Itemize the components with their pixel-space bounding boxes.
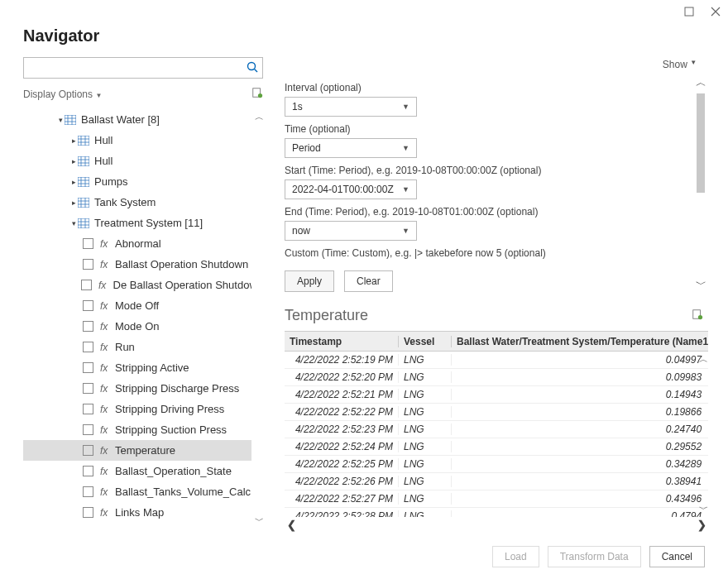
svg-rect-7 bbox=[78, 177, 89, 187]
tree-scrollbar[interactable]: ︿ ﹀ bbox=[251, 109, 263, 529]
show-dropdown[interactable]: Show ▼ bbox=[285, 57, 708, 75]
chevron-down-icon: ▼ bbox=[402, 185, 410, 194]
start-combo[interactable]: 2022-04-01T00:00:00Z▼ bbox=[285, 179, 417, 199]
tree-leaf-stripping-active[interactable]: fxStripping Active bbox=[23, 357, 263, 378]
display-options-dropdown[interactable]: Display Options ▼ bbox=[23, 89, 102, 100]
scroll-left-icon[interactable]: ❮ bbox=[285, 519, 298, 531]
fx-icon: fx bbox=[98, 280, 113, 291]
end-combo[interactable]: now▼ bbox=[285, 221, 417, 241]
tree-node-pumps[interactable]: ▸Pumps bbox=[23, 171, 263, 192]
fx-icon: fx bbox=[100, 466, 115, 477]
tree-leaf-ballast-op-state[interactable]: fxBallast_Operation_State bbox=[23, 461, 263, 481]
fx-icon: fx bbox=[100, 507, 115, 519]
clear-button[interactable]: Clear bbox=[344, 270, 393, 292]
table-icon bbox=[78, 156, 89, 166]
tree-view[interactable]: ▾Ballast Water [8] ▸Hull ▸Hull ▸Pumps ▸T… bbox=[23, 109, 263, 529]
tree-node-ballast-water[interactable]: ▾Ballast Water [8] bbox=[23, 109, 263, 130]
time-combo[interactable]: Period▼ bbox=[285, 138, 417, 158]
checkbox[interactable] bbox=[83, 321, 93, 332]
checkbox[interactable] bbox=[83, 404, 93, 414]
table-row[interactable]: 4/22/2022 2:52:27 PMLNG0.43496 bbox=[285, 490, 708, 508]
svg-point-3 bbox=[258, 93, 262, 98]
table-row[interactable]: 4/22/2022 2:52:21 PMLNG0.14943 bbox=[285, 386, 708, 404]
svg-point-11 bbox=[698, 315, 702, 319]
cancel-button[interactable]: Cancel bbox=[649, 546, 705, 567]
form-scrollbar[interactable]: ︿ ﹀ bbox=[693, 75, 708, 292]
svg-rect-9 bbox=[78, 218, 89, 228]
checkbox[interactable] bbox=[83, 466, 93, 476]
column-header-vessel[interactable]: Vessel bbox=[399, 336, 452, 347]
search-icon[interactable] bbox=[247, 61, 258, 76]
scroll-up-icon[interactable]: ︿ bbox=[696, 75, 706, 90]
tree-node-treatment-system[interactable]: ▾Treatment System [11] bbox=[23, 213, 263, 233]
tree-leaf-links-map[interactable]: fxLinks Map bbox=[23, 502, 263, 523]
checkbox[interactable] bbox=[83, 238, 93, 249]
checkbox[interactable] bbox=[83, 259, 93, 270]
tree-leaf-run[interactable]: fxRun bbox=[23, 337, 263, 357]
fx-icon: fx bbox=[100, 238, 115, 250]
tree-leaf-de-ballast-op-shutdown[interactable]: fxDe Ballast Operation Shutdown bbox=[23, 275, 263, 295]
svg-rect-4 bbox=[65, 115, 76, 125]
tree-leaf-ballast-tanks-vol[interactable]: fxBallast_Tanks_Volume_Calc bbox=[23, 481, 263, 502]
table-icon bbox=[65, 115, 76, 125]
column-header-timestamp[interactable]: Timestamp bbox=[285, 336, 399, 347]
table-row[interactable]: 4/22/2022 2:52:24 PMLNG0.29552 bbox=[285, 438, 708, 456]
table-row[interactable]: 4/22/2022 2:52:22 PMLNG0.19866 bbox=[285, 404, 708, 421]
tree-node-tank-system[interactable]: ▸Tank System bbox=[23, 192, 263, 213]
fx-icon: fx bbox=[100, 342, 115, 353]
checkbox[interactable] bbox=[83, 486, 93, 497]
scroll-up-icon[interactable]: ︿ bbox=[255, 109, 264, 125]
tree-leaf-mode-on[interactable]: fxMode On bbox=[23, 316, 263, 337]
fx-icon: fx bbox=[100, 445, 115, 457]
checkbox[interactable] bbox=[83, 383, 93, 394]
fx-icon: fx bbox=[100, 486, 115, 498]
interval-label: Interval (optional) bbox=[285, 82, 693, 93]
refresh-icon[interactable] bbox=[251, 87, 263, 101]
tree-node-hull2[interactable]: ▸Hull bbox=[23, 151, 263, 171]
tree-leaf-ballast-op-shutdown[interactable]: fxBallast Operation Shutdown bbox=[23, 254, 263, 275]
checkbox[interactable] bbox=[83, 300, 93, 311]
tree-leaf-stripping-discharge[interactable]: fxStripping Discharge Press bbox=[23, 378, 263, 399]
load-button[interactable]: Load bbox=[492, 546, 539, 567]
tree-leaf-stripping-suction[interactable]: fxStripping Suction Press bbox=[23, 419, 263, 440]
checkbox[interactable] bbox=[81, 280, 92, 290]
apply-button[interactable]: Apply bbox=[285, 270, 334, 292]
close-icon[interactable] bbox=[710, 6, 721, 17]
scroll-up-icon[interactable]: ︿ bbox=[699, 353, 708, 366]
table-row[interactable]: 4/22/2022 2:52:28 PMLNG0.4794 bbox=[285, 508, 708, 517]
checkbox[interactable] bbox=[83, 445, 93, 456]
fx-icon: fx bbox=[100, 424, 115, 436]
table-row[interactable]: 4/22/2022 2:52:19 PMLNG0.04997 bbox=[285, 352, 708, 369]
tree-leaf-temperature[interactable]: fxTemperature bbox=[23, 440, 263, 461]
scroll-right-icon[interactable]: ❯ bbox=[695, 519, 708, 531]
svg-point-1 bbox=[248, 63, 256, 70]
table-icon bbox=[78, 177, 89, 187]
checkbox[interactable] bbox=[83, 507, 93, 518]
transform-data-button[interactable]: Transform Data bbox=[548, 546, 641, 567]
checkbox[interactable] bbox=[83, 424, 93, 435]
checkbox[interactable] bbox=[83, 342, 93, 352]
interval-combo[interactable]: 1s▼ bbox=[285, 97, 417, 117]
table-row[interactable]: 4/22/2022 2:52:26 PMLNG0.38941 bbox=[285, 473, 708, 490]
tree-leaf-mode-off[interactable]: fxMode Off bbox=[23, 295, 263, 316]
table-row[interactable]: 4/22/2022 2:52:23 PMLNG0.24740 bbox=[285, 421, 708, 438]
column-header-value[interactable]: Ballast Water/Treatment System/Temperatu… bbox=[452, 336, 708, 347]
maximize-icon[interactable] bbox=[683, 6, 695, 17]
checkbox[interactable] bbox=[83, 362, 93, 373]
grid-horizontal-scrollbar[interactable]: ❮ ❯ bbox=[285, 517, 708, 532]
table-row[interactable]: 4/22/2022 2:52:25 PMLNG0.34289 bbox=[285, 456, 708, 473]
grid-vertical-scrollbar[interactable]: ︿ ﹀ bbox=[697, 353, 710, 515]
scroll-down-icon[interactable]: ﹀ bbox=[255, 513, 264, 529]
tree-node-hull1[interactable]: ▸Hull bbox=[23, 130, 263, 151]
data-grid[interactable]: Timestamp Vessel Ballast Water/Treatment… bbox=[285, 331, 708, 532]
tree-leaf-abnormal[interactable]: fxAbnormal bbox=[23, 233, 263, 254]
table-row[interactable]: 4/22/2022 2:52:20 PMLNG0.09983 bbox=[285, 369, 708, 386]
fx-icon: fx bbox=[100, 383, 115, 395]
svg-rect-8 bbox=[78, 198, 89, 208]
refresh-icon[interactable] bbox=[692, 307, 703, 324]
search-input[interactable] bbox=[23, 57, 263, 79]
tree-leaf-stripping-driving[interactable]: fxStripping Driving Press bbox=[23, 399, 263, 419]
scroll-down-icon[interactable]: ﹀ bbox=[699, 503, 708, 515]
scroll-down-icon[interactable]: ﹀ bbox=[696, 277, 706, 292]
fx-icon: fx bbox=[100, 259, 115, 270]
